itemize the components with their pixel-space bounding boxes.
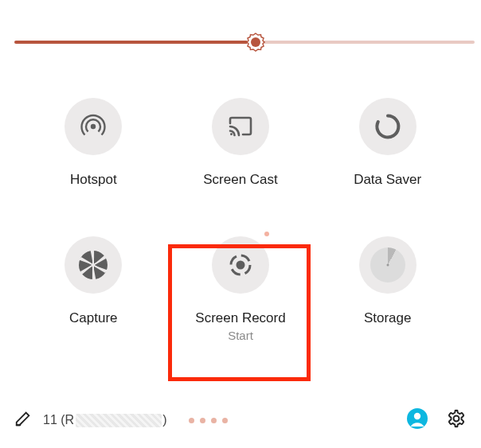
user-icon [406,407,428,430]
version-prefix: 11 (R [43,413,74,427]
tile-label: Capture [69,310,117,327]
tile-label: Data Saver [354,171,421,189]
storage-icon [359,236,416,294]
aperture-icon [65,236,122,294]
page-dot [211,418,217,423]
tile-sublabel: Start [228,329,253,342]
page-dot [200,418,205,423]
page-indicator[interactable] [189,418,228,423]
pencil-icon [14,410,32,427]
slider-track-empty [253,41,475,44]
tile-data-saver[interactable]: Data Saver [322,98,453,189]
record-icon [212,236,269,294]
tile-storage[interactable]: Storage [322,236,453,342]
edit-button[interactable] [14,410,32,430]
build-version-text[interactable]: 11 (R) [43,413,166,427]
tile-screen-cast[interactable]: Screen Cast [175,98,307,189]
user-switch-button[interactable] [406,407,428,433]
version-suffix: ) [162,413,166,427]
page-dot [222,418,228,423]
tile-hotspot[interactable]: Hotspot [28,98,159,189]
tile-capture[interactable]: Capture [28,236,159,342]
cast-icon [212,98,269,155]
recording-indicator-dot [264,232,269,236]
svg-point-13 [236,261,244,270]
svg-point-16 [414,413,420,419]
gear-icon [446,408,467,429]
svg-point-4 [230,133,233,135]
page-dot [189,418,194,423]
brightness-slider[interactable] [0,30,481,54]
tile-label: Screen Cast [203,171,278,189]
tile-label: Screen Record [195,310,285,327]
svg-point-17 [454,416,459,422]
data-saver-icon [359,98,416,155]
tile-screen-record[interactable]: Screen Record Start [175,236,307,342]
brightness-thumb-icon[interactable] [245,32,266,53]
quick-settings-grid: Hotspot Screen Cast Data Saver [0,54,481,342]
svg-point-3 [91,124,96,129]
bottom-bar: 11 (R) [0,407,481,434]
settings-button[interactable] [446,408,467,432]
svg-point-2 [251,37,260,47]
redacted-segment [76,414,162,427]
slider-track-filled [14,41,253,44]
hotspot-icon [65,98,122,155]
tile-label: Storage [364,310,412,327]
tile-label: Hotspot [70,171,117,189]
